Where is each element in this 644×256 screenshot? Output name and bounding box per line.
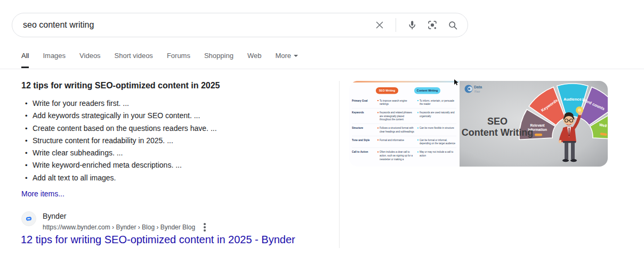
search-bar[interactable]: seo content writing xyxy=(12,13,468,37)
column-divider xyxy=(339,81,340,248)
google-search-results-page: seo content writing xyxy=(0,0,644,256)
bynder-logo-icon xyxy=(24,214,34,224)
search-icon xyxy=(447,20,458,31)
snippet-list: Write for your readers first. ... Add ke… xyxy=(21,97,320,184)
pill-seo-writing: SEO Writing xyxy=(376,87,398,94)
snippet-list-item: Write keyword-enriched meta descriptions… xyxy=(21,159,320,171)
search-input[interactable]: seo content writing xyxy=(23,20,372,30)
voice-search-button[interactable] xyxy=(405,18,420,32)
snippet-list-item: Add alt text to all images. xyxy=(21,172,320,184)
result-source[interactable]: Bynder https://www.bynder.com › Bynder ›… xyxy=(21,211,208,233)
svg-text:Relevant: Relevant xyxy=(530,123,545,127)
chevron-down-icon xyxy=(294,55,298,57)
tab-short-videos[interactable]: Short videos xyxy=(115,52,153,67)
table-row: Keywords Keywords and related phrases ar… xyxy=(352,109,456,124)
table-row: Structure Follows a structured format wi… xyxy=(352,124,456,136)
pill-content-writing: Content Writing xyxy=(414,87,440,94)
snippet-thumbnails: SEO Writing Content Writing Primary Goal… xyxy=(349,81,608,167)
table-row: Call to Action Often includes a clear ca… xyxy=(352,148,456,163)
snippet-list-item: Create content based on the questions re… xyxy=(21,122,320,135)
google-lens-icon xyxy=(426,19,438,31)
comparison-table: SEO Writing Content Writing Primary Goal… xyxy=(349,81,459,167)
mouse-cursor xyxy=(454,79,459,86)
microphone-icon xyxy=(406,19,418,31)
snippet-heading: 12 tips for writing SEO-optimized conten… xyxy=(21,81,220,90)
snippet-list-item: Add keywords strategically in your SEO c… xyxy=(21,110,320,122)
table-row: Primary Goal To improve search engine ra… xyxy=(352,97,456,109)
tab-shopping[interactable]: Shopping xyxy=(204,52,234,67)
tab-more[interactable]: More xyxy=(275,52,298,67)
more-options-icon[interactable] xyxy=(202,221,208,233)
result-title-link[interactable]: 12 tips for writing SEO-optimized conten… xyxy=(21,234,295,246)
breadcrumb: https://www.bynder.com › Bynder › Blog ›… xyxy=(43,222,195,232)
svg-text:Audience: Audience xyxy=(564,97,582,102)
svg-text:Content Writing: Content Writing xyxy=(462,127,534,138)
tab-web[interactable]: Web xyxy=(247,52,262,67)
site-name: Bynder xyxy=(43,211,208,221)
snippet-list-item: Structure content for readability in 202… xyxy=(21,135,320,147)
thumbnail-comparison-table[interactable]: SEO Writing Content Writing Primary Goal… xyxy=(349,81,459,167)
tab-more-label: More xyxy=(275,52,291,60)
more-items-link[interactable]: More items... xyxy=(21,189,65,198)
header-divider xyxy=(0,69,644,69)
search-bar-divider xyxy=(396,18,396,32)
results-tabs: All Images Videos Short videos Forums Sh… xyxy=(21,52,298,68)
svg-text:Data: Data xyxy=(474,85,482,89)
svg-text:Flair: Flair xyxy=(474,90,480,93)
svg-text:SEO: SEO xyxy=(487,116,508,127)
lens-search-button[interactable] xyxy=(425,18,440,32)
snippet-list-item: Write for your readers first. ... xyxy=(21,97,320,110)
close-icon xyxy=(375,20,384,30)
tab-all[interactable]: All xyxy=(21,52,29,68)
search-submit-button[interactable] xyxy=(445,18,460,32)
clear-search-button[interactable] xyxy=(372,18,387,32)
tab-forums[interactable]: Forums xyxy=(167,52,190,67)
tab-videos[interactable]: Videos xyxy=(79,52,101,67)
seo-illustration: Keywords Audience Word counts Relevant I… xyxy=(460,81,608,167)
table-row: Tone and Style Formal and informative Ca… xyxy=(352,136,456,148)
tab-images[interactable]: Images xyxy=(43,52,66,67)
snippet-list-item: Write clear subheadings. ... xyxy=(21,147,320,159)
thumbnail-seo-illustration[interactable]: Keywords Audience Word counts Relevant I… xyxy=(460,81,608,167)
bynder-favicon xyxy=(21,211,36,226)
